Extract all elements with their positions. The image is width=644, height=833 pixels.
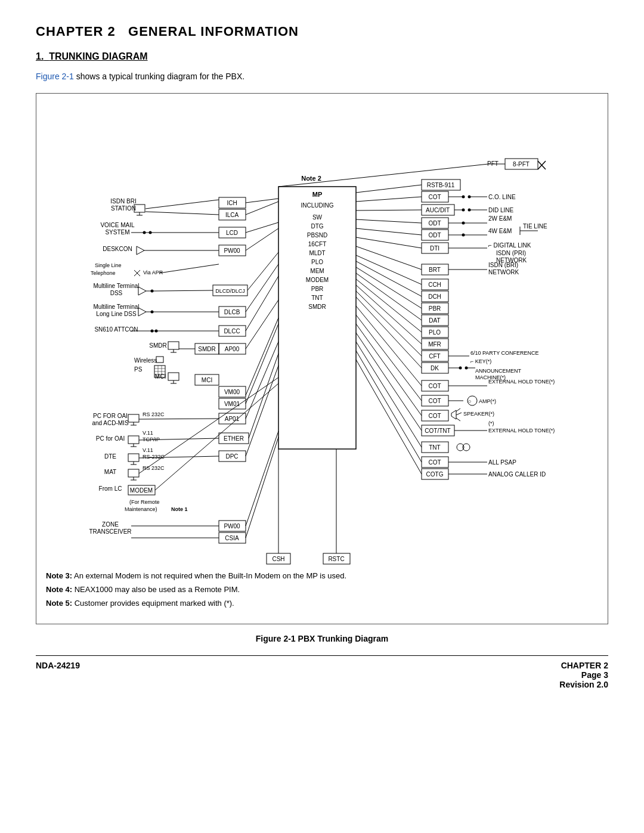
svg-text:C.O. LINE: C.O. LINE bbox=[488, 194, 516, 200]
svg-text:Note 1: Note 1 bbox=[171, 506, 188, 512]
svg-line-27 bbox=[246, 202, 278, 215]
svg-text:SYSTEM: SYSTEM bbox=[105, 229, 129, 236]
svg-text:COT: COT bbox=[428, 413, 441, 419]
svg-text:SMDR: SMDR bbox=[198, 346, 215, 352]
svg-line-114 bbox=[139, 419, 219, 419]
svg-line-148 bbox=[155, 383, 278, 490]
svg-line-42 bbox=[246, 228, 278, 250]
svg-point-247 bbox=[459, 367, 462, 370]
svg-text:⌐ KEY(*): ⌐ KEY(*) bbox=[470, 358, 491, 364]
svg-text:8-PFT: 8-PFT bbox=[513, 161, 530, 168]
svg-text:EXTERNAL HOLD TONE(*): EXTERNAL HOLD TONE(*) bbox=[488, 428, 555, 433]
svg-text:DCH: DCH bbox=[428, 293, 441, 300]
svg-text:LCD: LCD bbox=[226, 230, 238, 236]
svg-line-105 bbox=[246, 324, 278, 404]
svg-text:PBSND: PBSND bbox=[307, 232, 327, 239]
svg-text:DK: DK bbox=[431, 365, 439, 371]
svg-text:(For Remote: (For Remote bbox=[129, 499, 160, 505]
svg-text:ICH: ICH bbox=[227, 200, 237, 206]
svg-text:VM00: VM00 bbox=[224, 389, 240, 395]
svg-rect-117 bbox=[128, 436, 139, 444]
figure-link[interactable]: Figure 2-1 bbox=[36, 72, 74, 81]
svg-line-229 bbox=[356, 267, 422, 308]
svg-line-182 bbox=[356, 197, 422, 202]
svg-line-269 bbox=[456, 408, 460, 411]
svg-text:2W E&M: 2W E&M bbox=[488, 215, 512, 222]
svg-rect-108 bbox=[128, 414, 139, 422]
svg-text:ANALOG CALLER ID: ANALOG CALLER ID bbox=[488, 471, 546, 478]
svg-text:COTG: COTG bbox=[426, 471, 444, 478]
svg-text:MLDT: MLDT bbox=[309, 250, 325, 256]
svg-line-74 bbox=[246, 276, 278, 331]
svg-text:CCH: CCH bbox=[428, 281, 441, 288]
svg-text:DLCD/DLCJ: DLCD/DLCJ bbox=[215, 288, 245, 294]
svg-point-34 bbox=[149, 231, 152, 234]
svg-text:DPC: DPC bbox=[225, 453, 238, 460]
svg-text:PS: PS bbox=[134, 366, 143, 373]
svg-text:ILCA: ILCA bbox=[225, 212, 239, 218]
svg-text:CSH: CSH bbox=[272, 556, 284, 562]
svg-text:Wireless: Wireless bbox=[134, 357, 157, 364]
footer-chapter-info: CHAPTER 2 Page 3 Revision 2.0 bbox=[559, 661, 608, 689]
svg-marker-60 bbox=[138, 308, 146, 316]
svg-text:RS-232C: RS-232C bbox=[143, 454, 165, 460]
diagram-container: Note 2 MP INCLUDING SW DTG PBSND 16CFT M… bbox=[36, 93, 608, 624]
svg-text:Multiline Terminal: Multiline Terminal bbox=[93, 283, 139, 289]
svg-text:MEM: MEM bbox=[310, 268, 324, 274]
svg-text:COT: COT bbox=[428, 459, 441, 466]
svg-text:DLCC: DLCC bbox=[224, 328, 240, 335]
svg-text:PW00: PW00 bbox=[224, 523, 240, 529]
svg-text:COT: COT bbox=[428, 383, 441, 389]
svg-text:TNT: TNT bbox=[311, 295, 323, 301]
svg-text:Multiline Terminal: Multiline Terminal bbox=[93, 304, 139, 310]
svg-line-273 bbox=[356, 324, 422, 416]
svg-marker-38 bbox=[137, 246, 144, 255]
svg-text:PC FOR OAI: PC FOR OAI bbox=[93, 413, 128, 419]
intro-paragraph: Figure 2-1 shows a typical trunking diag… bbox=[36, 72, 608, 81]
svg-text:DESKCON: DESKCON bbox=[103, 246, 132, 252]
svg-text:COT: COT bbox=[428, 398, 441, 404]
note-3: Note 3: An external Modem is not require… bbox=[46, 570, 598, 583]
svg-line-279 bbox=[356, 333, 422, 431]
svg-line-24 bbox=[145, 200, 219, 209]
svg-text:DSS: DSS bbox=[110, 290, 123, 296]
svg-text:MFR: MFR bbox=[428, 341, 441, 348]
svg-text:MAT: MAT bbox=[104, 469, 116, 475]
svg-rect-137 bbox=[128, 469, 139, 477]
svg-rect-96 bbox=[168, 373, 179, 380]
figure-caption: Figure 2-1 PBX Trunking Diagram bbox=[36, 634, 608, 643]
svg-text:EXTERNAL HOLD TONE(*): EXTERNAL HOLD TONE(*) bbox=[488, 379, 555, 385]
svg-line-135 bbox=[246, 366, 278, 456]
diagram-svg: Note 2 MP INCLUDING SW DTG PBSND 16CFT M… bbox=[46, 103, 598, 570]
svg-text:CSIA: CSIA bbox=[225, 535, 239, 541]
svg-line-174 bbox=[356, 185, 422, 193]
svg-text:MODEM: MODEM bbox=[306, 277, 329, 283]
svg-text:AP00: AP00 bbox=[225, 346, 240, 352]
svg-text:and ACD-MIS: and ACD-MIS bbox=[92, 420, 128, 426]
svg-line-238 bbox=[356, 285, 422, 344]
svg-text:SPEAKER(*): SPEAKER(*) bbox=[463, 411, 494, 417]
svg-text:DTI: DTI bbox=[430, 245, 439, 252]
svg-text:ISDN BRI: ISDN BRI bbox=[110, 198, 136, 205]
svg-line-271 bbox=[456, 418, 460, 421]
svg-text:DID LINE: DID LINE bbox=[488, 207, 514, 213]
svg-line-56 bbox=[156, 290, 213, 291]
svg-text:RS 232C: RS 232C bbox=[143, 465, 165, 471]
svg-text:MCI: MCI bbox=[202, 377, 212, 383]
svg-text:ODT: ODT bbox=[428, 220, 441, 227]
svg-text:ISDN (PRI): ISDN (PRI) bbox=[496, 250, 526, 256]
svg-text:Single Line: Single Line bbox=[95, 262, 122, 268]
svg-text:SMDR: SMDR bbox=[308, 304, 326, 310]
svg-line-235 bbox=[356, 279, 422, 332]
svg-line-270 bbox=[456, 413, 462, 415]
svg-line-36 bbox=[246, 222, 278, 233]
svg-text:DLCB: DLCB bbox=[224, 309, 240, 315]
svg-rect-86 bbox=[156, 357, 163, 363]
svg-text:DTE: DTE bbox=[104, 453, 116, 460]
svg-line-294 bbox=[356, 360, 422, 474]
svg-line-154 bbox=[246, 431, 278, 526]
svg-line-115 bbox=[246, 342, 278, 419]
svg-text:⌐ DIGITAL LINK: ⌐ DIGITAL LINK bbox=[488, 242, 531, 249]
svg-text:SW: SW bbox=[312, 214, 323, 221]
svg-point-33 bbox=[143, 231, 146, 234]
